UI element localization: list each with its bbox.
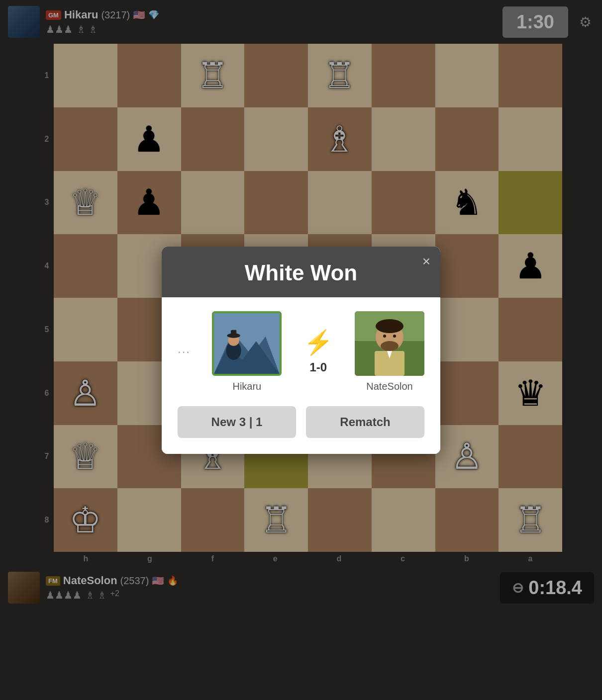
svg-point-15 [393, 335, 396, 338]
players-row: ··· [178, 311, 424, 392]
modal-right-name: NateSolon [366, 381, 412, 392]
new-game-button[interactable]: New 3 | 1 [178, 406, 296, 438]
lightning-icon: ⚡ [303, 329, 333, 356]
modal-overlay[interactable]: White Won × ··· [0, 0, 602, 700]
score-text: 1-0 [309, 360, 327, 374]
score-area: ⚡ 1-0 [303, 329, 333, 374]
rematch-button[interactable]: Rematch [306, 406, 424, 438]
modal-left-name: Hikaru [232, 381, 261, 392]
svg-point-11 [381, 341, 399, 351]
more-options-icon[interactable]: ··· [178, 345, 191, 358]
svg-point-10 [376, 319, 403, 333]
close-button[interactable]: × [422, 255, 430, 268]
svg-rect-6 [231, 330, 236, 336]
modal-avatar-left [212, 311, 282, 376]
modal-buttons: New 3 | 1 Rematch [178, 406, 424, 438]
modal-player-right: NateSolon [355, 311, 424, 392]
modal-body: ··· [162, 297, 440, 454]
modal-avatar-right [355, 311, 424, 376]
modal-header: White Won × [162, 247, 440, 297]
game-result-modal: White Won × ··· [162, 247, 440, 454]
modal-player-left: Hikaru [212, 311, 282, 392]
svg-point-14 [383, 335, 386, 338]
modal-title: White Won [178, 261, 424, 285]
